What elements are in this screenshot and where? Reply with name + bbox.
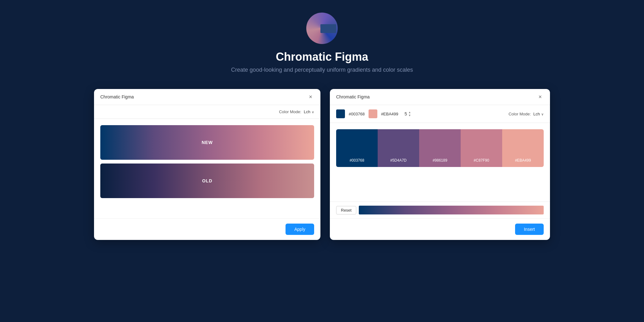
swatches-grid: #003768#5D4A7D#986189#C87F90#EBA499	[330, 123, 550, 202]
left-actions-row: Apply	[94, 218, 320, 240]
left-color-mode-row: Color Mode: Lch	[94, 105, 320, 119]
panels-container: Chromatic Figma × Color Mode: Lch NEW OL…	[70, 89, 574, 240]
app-header: Chromatic Figma Create good-looking and …	[231, 13, 413, 73]
left-gradient-old-bar: OLD	[100, 164, 314, 198]
end-color-hex: #EBA499	[381, 112, 398, 116]
right-color-inputs-row: #003768 #EBA499 5 ▲ ▼ Color Mode: Lch	[330, 105, 550, 123]
swatch-cell[interactable]: #003768	[336, 129, 378, 167]
right-color-mode-label: Color Mode:	[508, 112, 531, 116]
swatch-cell[interactable]: #C87F90	[461, 129, 502, 167]
swatch-cell[interactable]: #986189	[419, 129, 461, 167]
left-color-mode-label: Color Mode:	[279, 109, 301, 114]
right-panel-header: Chromatic Figma ×	[330, 89, 550, 105]
start-color-swatch[interactable]	[336, 109, 345, 118]
swatch-cell-label: #986189	[433, 158, 447, 163]
left-gradient-old-wrapper: OLD	[100, 164, 314, 198]
steps-down-icon[interactable]: ▼	[408, 114, 411, 117]
left-gradient-new-bar: NEW	[100, 125, 314, 160]
right-panel-title: Chromatic Figma	[336, 94, 370, 99]
swatch-cell-label: #5D4A7D	[390, 158, 407, 163]
right-panel: Chromatic Figma × #003768 #EBA499 5 ▲ ▼ …	[330, 89, 550, 240]
steps-stepper[interactable]: ▲ ▼	[408, 111, 411, 117]
left-gradient-old-label: OLD	[202, 178, 213, 183]
swatch-cell[interactable]: #EBA499	[502, 129, 544, 167]
app-title: Chromatic Figma	[276, 50, 368, 64]
steps-value: 5	[405, 111, 407, 116]
insert-button[interactable]: Insert	[515, 224, 544, 235]
swatch-cell-label: #EBA499	[515, 158, 531, 163]
left-gradient-new-wrapper: NEW	[100, 125, 314, 160]
left-panel-header: Chromatic Figma ×	[94, 89, 320, 105]
left-gradient-section: NEW OLD	[94, 119, 320, 218]
right-color-mode-select[interactable]: Lch	[533, 112, 544, 116]
steps-up-icon[interactable]: ▲	[408, 111, 411, 114]
left-color-mode-chevron-icon	[312, 109, 314, 114]
app-logo	[306, 13, 338, 44]
right-panel-close-button[interactable]: ×	[536, 93, 544, 100]
right-actions-row: Insert	[330, 218, 550, 240]
left-panel-title: Chromatic Figma	[100, 94, 134, 99]
left-color-mode-select[interactable]: Lch	[304, 109, 314, 114]
steps-input: 5 ▲ ▼	[405, 111, 411, 117]
swatch-cell-label: #003768	[350, 158, 364, 163]
apply-button[interactable]: Apply	[286, 224, 314, 235]
reset-button[interactable]: Reset	[336, 206, 356, 214]
reset-row: Reset	[330, 202, 550, 218]
left-panel-close-button[interactable]: ×	[307, 93, 314, 100]
right-color-mode-container: Color Mode: Lch	[508, 112, 544, 116]
swatch-cell-label: #C87F90	[474, 158, 489, 163]
end-color-swatch[interactable]	[369, 109, 377, 118]
mini-gradient-preview	[359, 206, 544, 214]
right-color-mode-chevron-icon	[541, 112, 544, 116]
start-color-hex: #003768	[349, 112, 365, 116]
app-subtitle: Create good-looking and perceptually uni…	[231, 67, 413, 73]
swatch-cell[interactable]: #5D4A7D	[378, 129, 419, 167]
left-gradient-new-label: NEW	[202, 140, 213, 145]
left-panel: Chromatic Figma × Color Mode: Lch NEW OL…	[94, 89, 320, 240]
